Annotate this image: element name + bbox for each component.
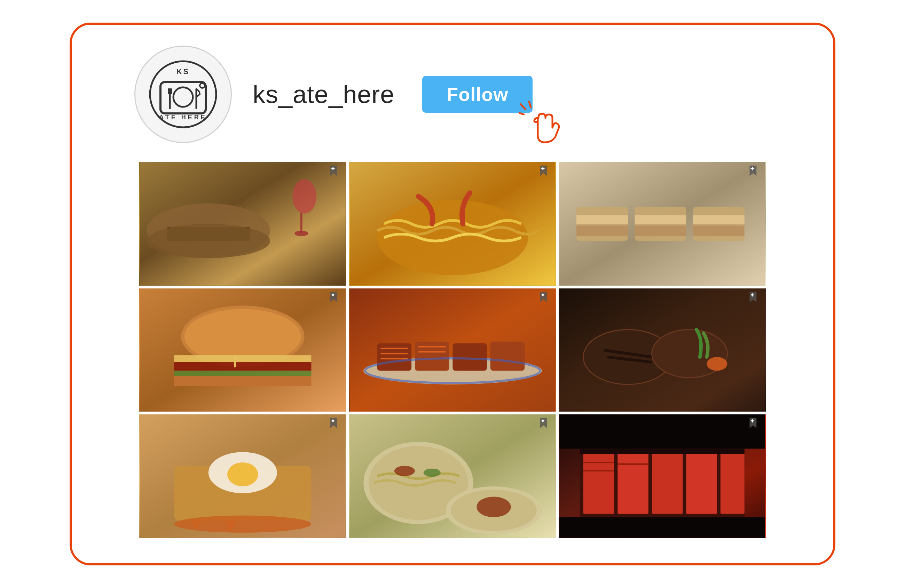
svg-point-75 [227,463,258,487]
svg-text:✦: ✦ [750,291,755,298]
svg-rect-91 [583,452,614,514]
food-image-4: ✦ [139,288,346,412]
svg-rect-44 [174,355,311,362]
svg-point-3 [173,87,193,107]
svg-rect-38 [693,225,745,236]
svg-rect-94 [618,452,649,514]
svg-rect-31 [576,216,628,224]
grid-cell-2[interactable]: ✦ [349,162,556,286]
food-image-8: ✦ [349,414,556,538]
svg-text:ATE HERE: ATE HERE [159,114,207,121]
svg-text:✦: ✦ [750,165,755,172]
svg-rect-45 [174,362,311,371]
cursor-icon [519,92,571,147]
grid-cell-8[interactable]: ✦ [349,414,556,538]
svg-rect-101 [559,517,765,538]
svg-point-20 [294,231,308,236]
profile-card: KS ATE HERE [70,23,835,566]
avatar: KS ATE HERE [134,46,232,143]
avatar-logo: KS ATE HERE [141,52,225,136]
svg-point-83 [423,469,440,477]
grid-cell-7[interactable]: ✦ [139,414,346,538]
grid-cell-3[interactable]: ✦ [559,162,766,286]
svg-rect-53 [415,341,449,371]
svg-rect-47 [174,376,311,386]
food-image-9: ✦ [559,414,766,538]
svg-point-86 [476,497,511,517]
food-image-3: ✦ [559,162,766,286]
svg-text:✦: ✦ [540,165,545,172]
food-image-6: ✦ [559,288,766,412]
svg-point-8 [200,83,205,88]
svg-rect-98 [721,452,745,514]
svg-point-76 [174,516,311,533]
svg-rect-35 [635,225,686,236]
svg-rect-37 [693,216,745,224]
username-section: ks_ate_here Follow [253,76,805,113]
svg-text:✦: ✦ [540,291,545,298]
svg-line-10 [520,104,526,109]
profile-header: KS ATE HERE [100,46,805,143]
username-text: ks_ate_here [253,80,394,109]
svg-point-69 [707,357,727,371]
follow-button[interactable]: Follow [422,76,533,113]
grid-cell-4[interactable]: ✦ [139,288,346,412]
grid-cell-5[interactable]: ✦ [349,288,556,412]
food-image-5: ✦ [349,288,556,412]
svg-rect-19 [300,213,302,233]
svg-text:✦: ✦ [330,291,335,298]
svg-text:✦: ✦ [540,417,545,425]
svg-text:✦: ✦ [330,165,335,172]
logo-icon: KS ATE HERE [148,60,218,129]
svg-text:KS: KS [176,67,190,76]
grid-cell-1[interactable]: ✦ [139,162,346,286]
svg-line-12 [529,101,531,108]
photo-grid: ✦ [139,162,766,538]
svg-rect-55 [490,341,524,371]
food-image-2: ✦ [349,162,556,286]
svg-point-82 [394,466,415,476]
svg-rect-52 [377,343,411,371]
svg-rect-99 [580,449,745,454]
svg-rect-46 [174,371,311,376]
svg-rect-97 [686,452,718,514]
follow-button-wrapper: Follow [422,76,533,113]
svg-rect-96 [652,452,683,514]
svg-rect-34 [635,216,686,224]
svg-text:✦: ✦ [330,417,335,425]
svg-line-11 [519,113,524,114]
food-image-7: ✦ [139,414,346,538]
grid-cell-6[interactable]: ✦ [559,288,766,412]
food-image-1: ✦ [139,162,346,286]
svg-point-17 [146,224,270,258]
svg-point-18 [292,179,316,214]
svg-rect-100 [559,414,765,449]
svg-rect-32 [576,225,628,236]
svg-text:✦: ✦ [750,417,755,425]
svg-rect-54 [452,343,487,371]
grid-cell-9[interactable]: ✦ [559,414,766,538]
